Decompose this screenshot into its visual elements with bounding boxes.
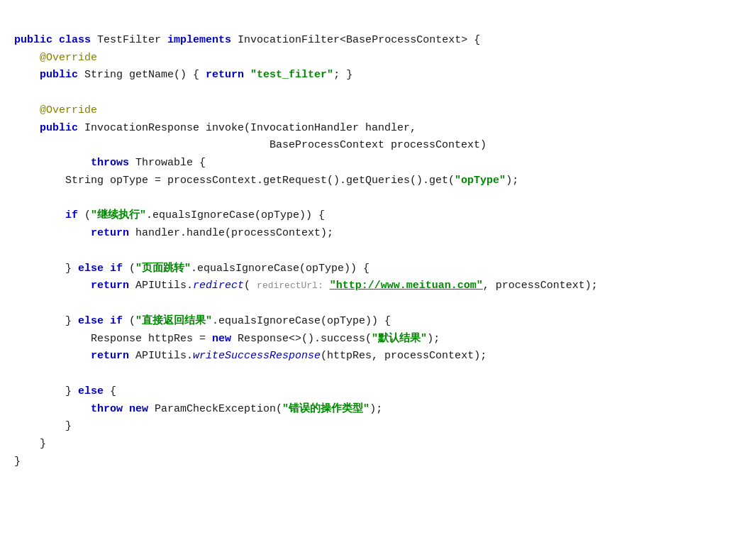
line-22: throw new ParamCheckException("错误的操作类型")… [14,403,382,415]
line-7: BaseProcessContext processContext) [14,139,487,151]
line-19: return APIUtils.writeSuccessResponse(htt… [14,350,487,362]
line-6: public InvocationResponse invoke(Invocat… [14,122,416,134]
line-17: } else if ("直接返回结果".equalsIgnoreCase(opT… [14,315,391,327]
line-23: } [14,420,72,432]
line-5: @Override [14,104,97,116]
line-2: @Override [14,52,97,64]
line-3: public String getName() { return "test_f… [14,69,352,81]
line-14: } else if ("页面跳转".equalsIgnoreCase(opTyp… [14,263,369,275]
line-8: throws Throwable { [14,157,206,169]
line-24: } [14,438,46,450]
line-25: } [14,456,21,468]
line-11: if ("继续执行".equalsIgnoreCase(opType)) { [14,209,325,221]
line-1: public class TestFilter implements Invoc… [14,34,480,46]
line-18: Response httpRes = new Response<>().succ… [14,333,440,345]
line-15: return APIUtils.redirect( redirectUrl: "… [14,280,598,292]
code-block: public class TestFilter implements Invoc… [14,14,742,488]
code-container: public class TestFilter implements Invoc… [0,0,756,545]
line-12: return handler.handle(processContext); [14,227,333,239]
line-9: String opType = processContext.getReques… [14,175,518,187]
line-21: } else { [14,385,116,397]
